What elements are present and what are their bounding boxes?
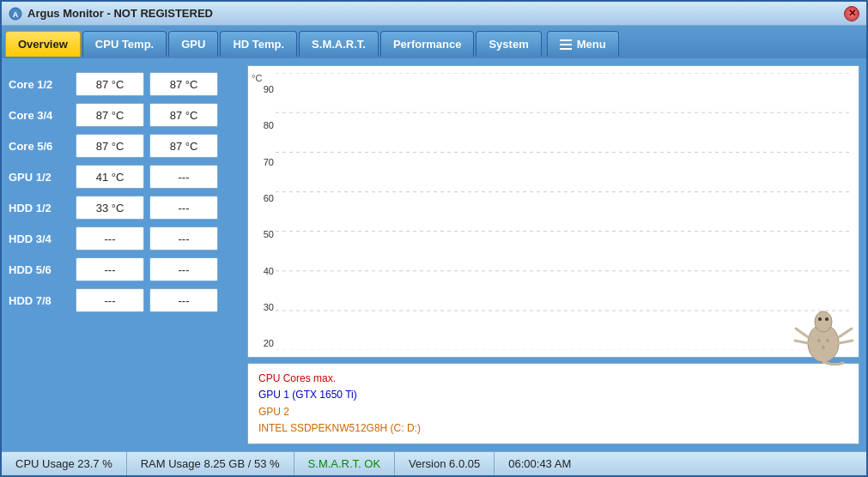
status-bar: CPU Usage 23.7 % RAM Usage 8.25 GB / 53 … bbox=[2, 451, 866, 475]
app-icon: A bbox=[9, 7, 22, 21]
sensor-value-2: --- bbox=[149, 165, 218, 189]
tab-system[interactable]: System bbox=[476, 31, 541, 57]
menu-lines-icon bbox=[560, 39, 572, 50]
y-axis: 90 80 70 60 50 40 30 20 bbox=[252, 73, 276, 350]
sensor-value-2: --- bbox=[149, 288, 218, 312]
sensor-label: Core 3/4 bbox=[9, 109, 70, 122]
sensor-label: HDD 5/6 bbox=[9, 263, 70, 276]
tab-cpu-temp[interactable]: CPU Temp. bbox=[82, 31, 167, 57]
svg-line-16 bbox=[839, 329, 852, 337]
sensor-value-1: 33 °C bbox=[76, 196, 144, 220]
svg-point-13 bbox=[825, 317, 829, 321]
sensor-value-2: --- bbox=[149, 226, 218, 251]
sensor-row: GPU 1/241 °C--- bbox=[9, 161, 240, 192]
svg-text:A: A bbox=[13, 10, 19, 19]
sensor-row: Core 3/487 °C87 °C bbox=[9, 100, 240, 130]
tab-performance[interactable]: Performance bbox=[380, 31, 474, 57]
sensor-value-2: --- bbox=[149, 196, 218, 220]
title-bar: A Argus Monitor - NOT REGISTERED ✕ bbox=[2, 2, 866, 26]
sensor-value-2: 87 °C bbox=[149, 103, 218, 127]
chart-plot bbox=[276, 73, 852, 350]
tab-smart[interactable]: S.M.A.R.T. bbox=[299, 31, 379, 57]
sensor-row: Core 5/687 °C87 °C bbox=[9, 130, 240, 161]
temperature-chart: °C 90 80 70 60 50 40 30 20 bbox=[247, 65, 859, 358]
svg-line-15 bbox=[795, 341, 808, 343]
tab-gpu[interactable]: GPU bbox=[168, 31, 218, 57]
svg-point-11 bbox=[815, 311, 832, 332]
sensor-value-1: 87 °C bbox=[76, 134, 144, 158]
sensor-label: HDD 3/4 bbox=[9, 232, 70, 245]
right-panel: °C 90 80 70 60 50 40 30 20 bbox=[247, 65, 859, 444]
content-area: Core 1/287 °C87 °CCore 3/487 °C87 °CCore… bbox=[2, 58, 866, 451]
left-panel: Core 1/287 °C87 °CCore 3/487 °C87 °CCore… bbox=[9, 65, 240, 444]
sensor-label: Core 1/2 bbox=[9, 78, 70, 91]
main-window: A Argus Monitor - NOT REGISTERED ✕ Overv… bbox=[0, 0, 868, 477]
sensor-label: HDD 1/2 bbox=[9, 202, 70, 214]
legend-item-cpu: CPU Cores max. bbox=[258, 371, 848, 387]
sensor-value-1: --- bbox=[76, 226, 144, 251]
sensor-row: HDD 7/8------ bbox=[9, 285, 240, 316]
legend-item-gpu2: GPU 2 bbox=[258, 404, 848, 420]
tab-overview[interactable]: Overview bbox=[5, 31, 81, 57]
window-title: Argus Monitor - NOT REGISTERED bbox=[27, 7, 844, 20]
sensor-row: HDD 1/233 °C--- bbox=[9, 192, 240, 223]
chart-legend: CPU Cores max. GPU 1 (GTX 1650 Ti) GPU 2… bbox=[247, 363, 859, 444]
smart-status: S.M.A.R.T. OK bbox=[294, 452, 396, 475]
ram-usage-status: RAM Usage 8.25 GB / 53 % bbox=[127, 452, 294, 475]
sensor-row: Core 1/287 °C87 °C bbox=[9, 69, 240, 100]
svg-point-18 bbox=[817, 339, 821, 342]
svg-point-20 bbox=[822, 346, 825, 349]
svg-point-12 bbox=[818, 317, 822, 321]
sensor-label: GPU 1/2 bbox=[9, 171, 70, 184]
sensor-label: Core 5/6 bbox=[9, 140, 70, 153]
legend-item-gpu1: GPU 1 (GTX 1650 Ti) bbox=[258, 387, 848, 403]
svg-line-14 bbox=[796, 329, 808, 337]
tab-menu[interactable]: Menu bbox=[547, 31, 619, 57]
sensor-value-1: --- bbox=[76, 288, 144, 312]
legend-item-ssd: INTEL SSDPEKNW512G8H (C: D:) bbox=[258, 420, 848, 437]
sensor-value-2: --- bbox=[149, 257, 218, 281]
sensor-value-2: 87 °C bbox=[149, 72, 218, 96]
version-status: Version 6.0.05 bbox=[395, 452, 495, 475]
tab-bar: Overview CPU Temp. GPU HD Temp. S.M.A.R.… bbox=[2, 26, 866, 58]
sensor-value-1: 87 °C bbox=[76, 72, 144, 96]
gecko-logo bbox=[792, 305, 856, 369]
svg-point-19 bbox=[826, 339, 829, 342]
sensor-row: HDD 5/6------ bbox=[9, 254, 240, 285]
cpu-usage-status: CPU Usage 23.7 % bbox=[2, 452, 127, 475]
sensor-value-2: 87 °C bbox=[149, 134, 218, 158]
sensor-label: HDD 7/8 bbox=[9, 294, 70, 307]
sensor-list: Core 1/287 °C87 °CCore 3/487 °C87 °CCore… bbox=[9, 69, 240, 316]
svg-line-17 bbox=[839, 341, 853, 343]
sensor-value-1: 41 °C bbox=[76, 165, 144, 189]
tab-hd-temp[interactable]: HD Temp. bbox=[220, 31, 297, 57]
close-button[interactable]: ✕ bbox=[844, 6, 859, 21]
sensor-value-1: 87 °C bbox=[76, 103, 144, 127]
sensor-row: HDD 3/4------ bbox=[9, 223, 240, 254]
sensor-value-1: --- bbox=[76, 257, 144, 281]
time-status: 06:00:43 AM bbox=[495, 452, 585, 475]
